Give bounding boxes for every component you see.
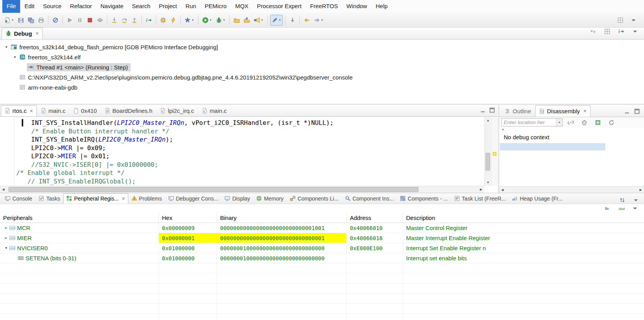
editor-tab-main-c[interactable]: cmain.c	[37, 105, 69, 116]
expand-toggle-icon[interactable]: ▶	[3, 236, 9, 240]
tab-tasks[interactable]: Tasks	[35, 193, 63, 204]
scroll-right-icon[interactable]: ▶	[637, 187, 644, 193]
close-tab-icon[interactable]: ×	[36, 31, 39, 36]
close-tab-icon[interactable]: ×	[30, 108, 33, 114]
debug-tree-item[interactable]: ▼freertos_s32k144_debug_flash_pemicro [G…	[0, 42, 644, 52]
forward-dropdown-icon[interactable]: ▼	[321, 19, 324, 21]
registers-tab-menu-button[interactable]	[631, 195, 641, 206]
instruction-stepping-button[interactable]: i	[144, 15, 153, 26]
new-dropdown-icon[interactable]: ▼	[11, 19, 14, 21]
refresh-view-button[interactable]	[607, 117, 616, 128]
column-header-binary[interactable]: Binary	[217, 213, 347, 223]
combo-dropdown-icon[interactable]: ▼	[556, 119, 562, 126]
tab-disassembly[interactable]: 010101Disassembly×	[535, 105, 591, 117]
skip-all-breakpoints-button[interactable]	[51, 15, 60, 26]
tab-console[interactable]: Console	[2, 193, 35, 204]
tab-components-li[interactable]: Components Li...	[287, 193, 342, 204]
forward-button[interactable]: ▼	[312, 15, 325, 26]
step-over-button[interactable]	[120, 15, 129, 26]
remove-all-terminated-button[interactable]	[589, 26, 598, 37]
new-launch-configuration-dropdown-icon[interactable]: ▼	[191, 19, 194, 21]
tab-outline[interactable]: Outline	[501, 105, 535, 117]
step-into-button[interactable]	[110, 15, 119, 26]
back-button[interactable]	[302, 15, 312, 26]
register-row-nviciser0[interactable]: ▼1010NVICISER00x010000000000000100000000…	[0, 243, 644, 253]
code-line[interactable]: INT_SYS_EnableIRQ(LPI2C0_Master_IRQn);	[16, 135, 477, 144]
menu-source[interactable]: Source	[39, 0, 66, 13]
sort-registers-button[interactable]	[618, 195, 627, 206]
tab-task-list-freer[interactable]: Task List (FreeR...	[451, 193, 509, 204]
tab-problems[interactable]: Problems	[128, 193, 165, 204]
vertical-scrollbar[interactable]: ▲ ▼	[484, 117, 491, 186]
scroll-right-icon[interactable]: ▶	[478, 186, 484, 193]
menu-navigate[interactable]: Navigate	[96, 0, 127, 13]
code-line[interactable]: // INT_SYS_EnableIRQGlobal();	[16, 177, 477, 186]
run-dropdown-icon[interactable]: ▼	[209, 19, 212, 21]
register-row-mier[interactable]: ▶1010MIER0x00000001000000000000000000000…	[0, 233, 644, 243]
selected-empty-row[interactable]	[500, 143, 605, 150]
overview-annotation[interactable]	[493, 152, 496, 156]
close-tab-icon[interactable]: ×	[584, 108, 587, 114]
close-tab-icon[interactable]: ×	[122, 196, 125, 201]
code-line[interactable]: INT_SYS_InstallHandler(LPI2C0_Master_IRQ…	[16, 119, 477, 127]
minimize-icon[interactable]	[480, 107, 486, 113]
menu-freertos[interactable]: FreeRTOS	[306, 0, 342, 13]
disassembly-menu-caret-icon[interactable]: ▼	[501, 128, 505, 131]
code-line[interactable]: LPI2C0->MCR |= 0x09;	[16, 144, 477, 152]
maximize-icon[interactable]	[634, 108, 640, 114]
build-project-button[interactable]	[169, 15, 178, 26]
maximize-icon[interactable]	[489, 107, 495, 113]
menu-mqx[interactable]: MQX	[231, 0, 253, 13]
menu-search[interactable]: Search	[127, 0, 155, 13]
menu-window[interactable]: Window	[342, 0, 371, 13]
tab-heap-usage-fr[interactable]: Heap Usage (Fr...	[509, 193, 566, 204]
location-combo[interactable]: Enter location her ▼	[501, 118, 563, 126]
save-button[interactable]	[16, 15, 26, 26]
code-line[interactable]: /* Enable global interrupt */	[16, 169, 477, 177]
tab-components[interactable]: Components - ...	[397, 193, 451, 204]
toolbar-overflow-button[interactable]	[629, 15, 638, 26]
annotations-dropdown-icon[interactable]: ▼	[279, 19, 281, 21]
link-with-active-debug-context-button[interactable]	[566, 117, 575, 128]
last-edit-location-button[interactable]	[288, 15, 297, 26]
column-header-description[interactable]: Description	[403, 213, 644, 223]
save-all-button[interactable]	[26, 15, 36, 26]
menu-refactor[interactable]: Refactor	[66, 0, 96, 13]
tab-component-ins[interactable]: Component Ins...	[342, 193, 397, 204]
expand-toggle-icon[interactable]: ▶	[3, 226, 9, 230]
resume-button[interactable]	[65, 15, 74, 26]
vertical-scroll-thumb[interactable]	[486, 153, 490, 171]
menu-file[interactable]: File	[2, 0, 20, 13]
show-source-button[interactable]	[593, 117, 603, 128]
scroll-left-icon[interactable]: ◀	[0, 186, 7, 193]
step-return-button[interactable]	[130, 15, 139, 26]
code-line[interactable]: /* Enable Button interrupt handler */	[16, 127, 477, 136]
search-dropdown-icon[interactable]: ▼	[261, 19, 263, 21]
import-button[interactable]	[242, 15, 251, 26]
menu-processor-expert[interactable]: Processor Expert	[253, 0, 306, 13]
column-header-address[interactable]: Address	[347, 213, 403, 223]
menu-edit[interactable]: Edit	[20, 0, 39, 13]
expand-toggle-icon[interactable]: ▼	[3, 246, 9, 250]
annotations-button[interactable]: ▼	[270, 15, 283, 26]
terminate-button[interactable]	[85, 15, 95, 26]
disassembly-hscrollbar[interactable]: ◀ ▶	[499, 186, 644, 193]
register-row-mcr[interactable]: ▶1010MCR0x000000090000000000000000000000…	[0, 223, 644, 233]
home-button[interactable]	[580, 117, 589, 128]
run-button[interactable]: ▼	[201, 15, 214, 26]
editor-tab-rtos-c[interactable]: crtos.c×	[1, 105, 37, 116]
register-row-setena[interactable]: SETENA (bits 0-31)0x01000000000000010000…	[0, 253, 644, 263]
scroll-left-icon[interactable]: ◀	[499, 187, 506, 193]
code-editor[interactable]: INT_SYS_InstallHandler(LPI2C0_Master_IRQ…	[0, 117, 498, 193]
debug-button[interactable]: ▼	[214, 15, 227, 26]
tab-memory[interactable]: Memory	[253, 193, 287, 204]
debug-view-layout-button[interactable]	[603, 26, 612, 37]
hex-format-toggle-button[interactable]: 0x	[603, 203, 613, 214]
search-button[interactable]: ▼	[252, 15, 265, 26]
editor-tab-lpi2c_irq-c[interactable]: clpi2c_irq.c	[156, 105, 198, 116]
horizontal-scroll-thumb[interactable]	[9, 187, 418, 192]
debug-view-menu-button[interactable]	[630, 26, 640, 37]
editor-tab-BoardDefines-h[interactable]: hBoardDefines.h	[101, 105, 156, 116]
open-project-button[interactable]	[232, 15, 241, 26]
menu-pemicro[interactable]: PEMicro	[200, 0, 231, 13]
